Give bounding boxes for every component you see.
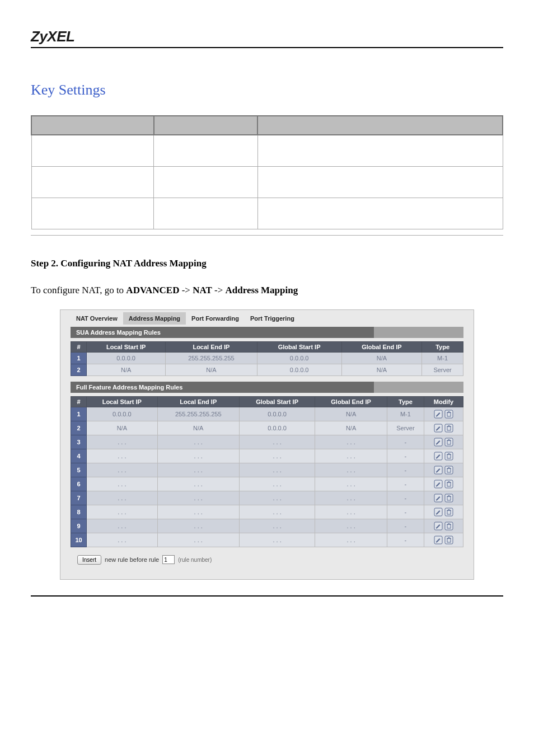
- table-cell: . . .: [239, 435, 315, 449]
- table-cell: . . .: [239, 533, 315, 547]
- table-cell: . . .: [87, 477, 158, 491]
- key-table-cell: [154, 166, 257, 198]
- edit-icon[interactable]: [434, 508, 443, 516]
- column-header: Global End IP: [341, 341, 422, 352]
- table-cell: M-1: [422, 352, 463, 364]
- nav-seg-nat: NAT: [193, 285, 212, 295]
- sua-rules-table: #Local Start IPLocal End IPGlobal Start …: [71, 341, 463, 376]
- table-cell: N/A: [315, 421, 387, 435]
- nav-arrow: ->: [179, 285, 193, 295]
- edit-icon[interactable]: [434, 494, 443, 503]
- table-row: 10. . .. . .. . .. . .-: [71, 533, 463, 547]
- table-cell: 0.0.0.0: [257, 364, 341, 375]
- table-cell: Server: [422, 364, 463, 375]
- table-cell: N/A: [166, 364, 257, 375]
- table-cell: . . .: [157, 435, 239, 449]
- table-cell: . . .: [315, 491, 387, 505]
- table-cell: . . .: [87, 533, 158, 547]
- tab-nat-overview[interactable]: NAT Overview: [71, 312, 123, 325]
- delete-icon[interactable]: [444, 536, 453, 544]
- delete-icon[interactable]: [444, 410, 453, 419]
- brand-logo: ZyXEL: [31, 28, 503, 45]
- insert-row: Insert new rule before rule (rule number…: [77, 555, 463, 565]
- column-header: Local End IP: [157, 396, 239, 407]
- table-cell: N/A: [87, 364, 166, 375]
- edit-icon[interactable]: [434, 410, 443, 419]
- full-rules-table: #Local Start IPLocal End IPGlobal Start …: [71, 396, 463, 547]
- key-table-cell: [257, 198, 503, 229]
- column-header: Modify: [424, 396, 463, 407]
- delete-icon[interactable]: [444, 424, 453, 433]
- table-cell: . . .: [87, 463, 158, 477]
- table-row: 2N/AN/A0.0.0.0N/AServer: [71, 364, 463, 375]
- delete-icon[interactable]: [444, 494, 453, 503]
- edit-icon[interactable]: [434, 424, 443, 433]
- table-row: 8. . .. . .. . .. . .-: [71, 505, 463, 519]
- tab-port-triggering[interactable]: Port Triggering: [245, 312, 300, 325]
- edit-icon[interactable]: [434, 536, 443, 544]
- table-cell: . . .: [157, 491, 239, 505]
- key-table-cell: [257, 166, 503, 198]
- column-header: #: [71, 341, 87, 352]
- table-cell: N/A: [87, 421, 158, 435]
- edit-icon[interactable]: [434, 452, 443, 461]
- table-cell: . . .: [157, 449, 239, 463]
- key-table-cell: [31, 135, 154, 166]
- table-cell: . . .: [315, 435, 387, 449]
- table-cell: . . .: [315, 463, 387, 477]
- delete-icon[interactable]: [444, 438, 453, 447]
- table-cell: -: [387, 533, 424, 547]
- delete-icon[interactable]: [444, 522, 453, 530]
- sua-section-title: SUA Address Mapping Rules: [71, 327, 463, 338]
- tab-port-forwarding[interactable]: Port Forwarding: [186, 312, 245, 325]
- edit-icon[interactable]: [434, 522, 443, 530]
- table-row: 2N/AN/A0.0.0.0N/AServer: [71, 421, 463, 435]
- edit-icon[interactable]: [434, 466, 443, 475]
- table-row: 4. . .. . .. . .. . .-: [71, 449, 463, 463]
- table-cell: . . .: [157, 463, 239, 477]
- table-row: 9. . .. . .. . .. . .-: [71, 519, 463, 533]
- delete-icon[interactable]: [444, 452, 453, 461]
- table-cell: . . .: [315, 477, 387, 491]
- nav-arrow: ->: [212, 285, 226, 295]
- nav-seg-addrmapping: Address Mapping: [226, 285, 298, 295]
- table-cell: . . .: [87, 435, 158, 449]
- table-cell: . . .: [87, 491, 158, 505]
- table-cell: 0.0.0.0: [257, 352, 341, 364]
- row-number: 2: [71, 421, 87, 435]
- insert-button[interactable]: Insert: [77, 555, 101, 565]
- modify-cell: [424, 463, 463, 477]
- table-cell: -: [387, 519, 424, 533]
- table-cell: M-1: [387, 407, 424, 421]
- column-header: Global End IP: [315, 396, 387, 407]
- modify-cell: [424, 491, 463, 505]
- column-header: Local End IP: [166, 341, 257, 352]
- modify-cell: [424, 505, 463, 519]
- edit-icon[interactable]: [434, 480, 443, 489]
- edit-icon[interactable]: [434, 438, 443, 447]
- screenshot-panel: NAT OverviewAddress MappingPort Forwardi…: [60, 309, 474, 580]
- table-divider: [31, 235, 503, 236]
- column-header: Type: [422, 341, 463, 352]
- delete-icon[interactable]: [444, 508, 453, 516]
- key-table-cell: [257, 135, 503, 166]
- nav-instructions: To configure NAT, go to ADVANCED -> NAT …: [31, 285, 503, 296]
- table-cell: 0.0.0.0: [87, 407, 158, 421]
- rule-number-input[interactable]: [162, 555, 175, 564]
- table-cell: N/A: [315, 407, 387, 421]
- key-table-cell: [31, 198, 154, 229]
- key-table-cell: [154, 198, 257, 229]
- table-row: 10.0.0.0255.255.255.2550.0.0.0N/AM-1: [71, 352, 463, 364]
- full-section-title: Full Feature Address Mapping Rules: [71, 382, 463, 393]
- step-title: Step 2. Configuring NAT Address Mapping: [31, 258, 503, 269]
- delete-icon[interactable]: [444, 480, 453, 489]
- tab-address-mapping[interactable]: Address Mapping: [123, 312, 186, 325]
- table-cell: -: [387, 505, 424, 519]
- table-cell: . . .: [239, 477, 315, 491]
- table-cell: . . .: [315, 505, 387, 519]
- modify-cell: [424, 519, 463, 533]
- delete-icon[interactable]: [444, 466, 453, 475]
- nav-seg-advanced: ADVANCED: [126, 285, 179, 295]
- table-cell: 255.255.255.255: [157, 407, 239, 421]
- table-row: 10.0.0.0255.255.255.2550.0.0.0N/AM-1: [71, 407, 463, 421]
